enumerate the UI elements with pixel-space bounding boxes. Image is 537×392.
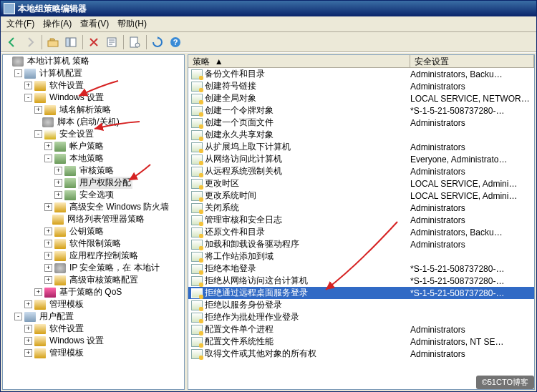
tree-security-settings[interactable]: 安全设置 — [58, 128, 95, 140]
policy-row[interactable]: 拒绝以服务身份登录 — [188, 299, 534, 311]
tree-dns-policy[interactable]: 域名解析策略 — [58, 104, 112, 116]
expand-toggle[interactable]: + — [44, 240, 52, 248]
list-pane: 策略 ▲ 安全设置 备份文件和目录Administrators, Backu…创… — [188, 54, 535, 390]
computer-icon — [24, 69, 36, 79]
tree-pane[interactable]: 本地计算机 策略 -计算机配置 +软件设置 -Windows 设置 +域名解析策… — [2, 54, 185, 390]
tree-software-settings[interactable]: 软件设置 — [48, 79, 85, 92]
tree-scripts[interactable]: 脚本 (启动/关机) — [56, 116, 121, 128]
tree-user-rights-assignment[interactable]: 用户权限分配 — [78, 177, 132, 189]
tree-windows-settings-user[interactable]: Windows 设置 — [48, 335, 105, 347]
up-button[interactable] — [44, 34, 62, 51]
tree-wfas[interactable]: 高级安全 Windows 防火墙 — [68, 201, 170, 213]
policy-row[interactable]: 将工作站添加到域 — [188, 250, 534, 263]
expand-toggle[interactable]: + — [44, 252, 52, 260]
tree-qos[interactable]: 基于策略的 QoS — [58, 286, 123, 298]
expand-toggle[interactable]: + — [54, 167, 62, 175]
show-hide-tree-button[interactable] — [62, 34, 79, 51]
tree-ipsec[interactable]: IP 安全策略，在 本地计 — [68, 262, 161, 274]
menu-help[interactable]: 帮助(H) — [113, 16, 151, 31]
policy-row[interactable]: 拒绝从网络访问这台计算机*S-1-5-21-508737280-… — [188, 275, 534, 287]
export-list-button[interactable] — [103, 34, 120, 51]
expand-toggle[interactable]: + — [24, 300, 32, 308]
delete-button[interactable] — [85, 34, 102, 51]
tree-admin-templates-user[interactable]: 管理模板 — [48, 347, 85, 359]
policy-row[interactable]: 配置文件系统性能Administrators, NT SE… — [188, 335, 534, 348]
expand-toggle[interactable]: + — [24, 349, 32, 357]
policy-row[interactable]: 关闭系统Administrators — [188, 202, 534, 214]
policy-row[interactable]: 取得文件或其他对象的所有权Administrators — [188, 348, 534, 360]
policy-row[interactable]: 从扩展坞上取下计算机Administrators — [188, 141, 534, 153]
policy-row[interactable]: 管理审核和安全日志Administrators — [188, 214, 534, 226]
tree-public-key[interactable]: 公钥策略 — [68, 225, 105, 237]
expand-toggle[interactable]: + — [44, 227, 52, 235]
tree-windows-settings[interactable]: Windows 设置 — [48, 92, 105, 104]
tree-security-options[interactable]: 安全选项 — [78, 189, 115, 201]
policy-row[interactable]: 更改系统时间LOCAL SERVICE, Admini… — [188, 190, 534, 202]
policy-row[interactable]: 还原文件和目录Administrators, Backu… — [188, 226, 534, 238]
window-title: 本地组策略编辑器 — [18, 3, 87, 15]
tree-computer-config[interactable]: 计算机配置 — [38, 67, 84, 79]
tree-audit-policy[interactable]: 审核策略 — [78, 165, 115, 177]
expand-toggle[interactable]: + — [34, 106, 42, 114]
policy-value: LOCAL SERVICE, Admini… — [410, 179, 534, 189]
column-security-setting[interactable]: 安全设置 — [410, 55, 534, 67]
forward-button[interactable] — [21, 34, 39, 51]
policy-row[interactable]: 拒绝通过远程桌面服务登录*S-1-5-21-508737280-… — [188, 287, 534, 299]
menu-action[interactable]: 操作(A) — [39, 16, 76, 31]
policy-icon — [191, 252, 203, 262]
tree-local-policies[interactable]: 本地策略 — [68, 152, 105, 165]
expand-toggle[interactable]: + — [24, 325, 32, 333]
tree-user-config[interactable]: 用户配置 — [38, 310, 75, 323]
tree-network-list[interactable]: 网络列表管理器策略 — [66, 213, 146, 225]
menu-file[interactable]: 文件(F) — [2, 16, 39, 31]
refresh-button[interactable] — [149, 34, 166, 51]
folder-icon — [34, 93, 46, 103]
policy-row[interactable]: 创建一个令牌对象*S-1-5-21-508737280-… — [188, 104, 534, 117]
tree-software-settings-user[interactable]: 软件设置 — [48, 323, 85, 335]
expand-toggle[interactable]: + — [54, 179, 62, 187]
policy-row[interactable]: 创建全局对象LOCAL SERVICE, NETWOR… — [188, 92, 534, 104]
expand-toggle[interactable]: + — [54, 191, 62, 199]
policy-row[interactable]: 从网络访问此计算机Everyone, Administrato… — [188, 153, 534, 165]
title-bar[interactable]: 本地组策略编辑器 — [1, 1, 536, 16]
column-policy[interactable]: 策略 ▲ — [188, 55, 410, 67]
expand-toggle[interactable]: + — [44, 264, 52, 272]
properties-button[interactable] — [126, 34, 143, 51]
tree-admin-templates[interactable]: 管理模板 — [48, 298, 85, 310]
back-button[interactable] — [4, 34, 21, 51]
tree-software-restrict[interactable]: 软件限制策略 — [68, 237, 122, 250]
policy-name: 创建符号链接 — [205, 80, 256, 92]
policy-row[interactable]: 拒绝作为批处理作业登录 — [188, 311, 534, 323]
expand-toggle[interactable]: + — [34, 288, 42, 296]
tree-account-policies[interactable]: 帐户策略 — [68, 140, 105, 152]
collapse-toggle[interactable]: - — [24, 94, 32, 102]
expand-toggle[interactable]: + — [24, 82, 32, 89]
help-button[interactable]: ? — [167, 34, 184, 51]
tree-root[interactable]: 本地计算机 策略 — [26, 55, 91, 67]
tree-app-control[interactable]: 应用程序控制策略 — [68, 250, 140, 262]
expand-toggle[interactable]: + — [44, 276, 52, 284]
menu-view[interactable]: 查看(V) — [76, 16, 113, 31]
policy-row[interactable]: 从远程系统强制关机Administrators — [188, 165, 534, 177]
svg-text:?: ? — [173, 38, 178, 46]
collapse-toggle[interactable]: - — [14, 69, 22, 77]
collapse-toggle[interactable]: - — [44, 155, 52, 162]
policy-row[interactable]: 配置文件单个进程Administrators — [188, 323, 534, 335]
policy-row[interactable]: 拒绝本地登录*S-1-5-21-508737280-… — [188, 263, 534, 275]
policy-row[interactable]: 创建符号链接Administrators — [188, 80, 534, 92]
collapse-toggle[interactable]: - — [34, 130, 42, 138]
policy-icon — [64, 190, 76, 200]
collapse-toggle[interactable]: - — [14, 313, 22, 320]
policy-row[interactable]: 更改时区LOCAL SERVICE, Admini… — [188, 177, 534, 190]
policy-row[interactable]: 创建一个页面文件Administrators — [188, 117, 534, 129]
expand-toggle[interactable]: + — [44, 142, 52, 150]
tree-advanced-audit[interactable]: 高级审核策略配置 — [68, 274, 140, 286]
policy-name: 创建一个令牌对象 — [205, 104, 274, 117]
policy-row[interactable]: 备份文件和目录Administrators, Backu… — [188, 68, 534, 80]
policy-list[interactable]: 备份文件和目录Administrators, Backu…创建符号链接Admin… — [188, 68, 534, 389]
policy-name: 配置文件单个进程 — [205, 323, 274, 335]
policy-row[interactable]: 创建永久共享对象 — [188, 129, 534, 141]
expand-toggle[interactable]: + — [24, 337, 32, 345]
expand-toggle[interactable]: + — [44, 203, 52, 211]
policy-row[interactable]: 加载和卸载设备驱动程序Administrators — [188, 238, 534, 250]
